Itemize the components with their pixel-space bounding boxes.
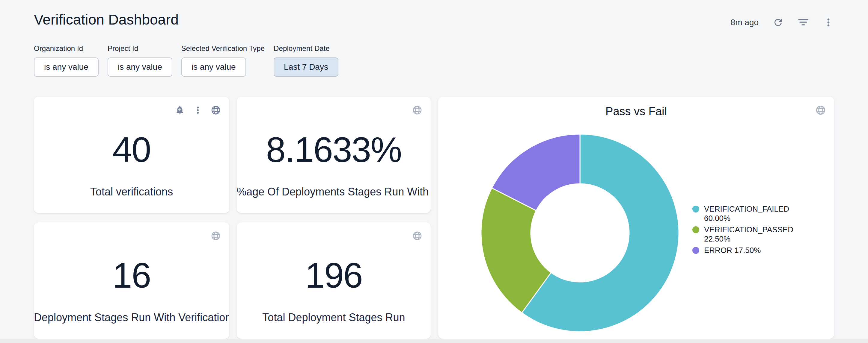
filter-label: Project Id (107, 44, 172, 53)
tile-value: 40 (34, 131, 229, 169)
filter-bar: Organization Id is any value Project Id … (34, 44, 338, 77)
filter-label: Organization Id (34, 44, 99, 53)
filter-label: Selected Verification Type (181, 44, 265, 53)
tile-total-verifications: 40 Total verifications (34, 97, 229, 213)
filter-label: Deployment Date (274, 44, 338, 53)
filter-project-id: Project Id is any value (107, 44, 172, 77)
filter-value-button[interactable]: Last 7 Days (274, 58, 338, 77)
chart-legend: VERIFICATION_FAILED 60.00% VERIFICATION_… (692, 204, 812, 255)
legend-dot (692, 247, 699, 254)
tile-total-deployment-stages-run: 196 Total Deployment Stages Run (237, 222, 431, 339)
tile-stages-run-with-verification: 16 Deployment Stages Run With Verificati… (34, 222, 229, 339)
tile-label: %age Of Deployments Stages Run With V… (237, 185, 431, 198)
legend-item-error[interactable]: ERROR 17.50% (692, 246, 812, 255)
more-vert-icon[interactable] (823, 17, 834, 28)
refresh-icon[interactable] (772, 17, 784, 28)
header-controls: 8m ago (731, 17, 834, 28)
page-bottom-strip (0, 339, 868, 343)
globe-icon[interactable] (210, 104, 221, 116)
tile-value: 16 (34, 257, 229, 294)
tile-label: Deployment Stages Run With Verification (34, 311, 229, 324)
globe-icon[interactable] (210, 230, 221, 242)
filter-organization-id: Organization Id is any value (34, 44, 99, 77)
tile-value: 8.1633% (237, 131, 431, 169)
legend-label: VERIFICATION_FAILED 60.00% (704, 204, 803, 223)
tile-percent-stages-with-verification: 8.1633% %age Of Deployments Stages Run W… (237, 97, 431, 213)
last-refresh-timestamp: 8m ago (731, 18, 758, 27)
legend-item-verification-passed[interactable]: VERIFICATION_PASSED 22.50% (692, 225, 812, 244)
globe-icon[interactable] (411, 104, 423, 116)
legend-item-verification-failed[interactable]: VERIFICATION_FAILED 60.00% (692, 204, 812, 223)
page-title: Verification Dashboard (34, 11, 179, 28)
filter-selected-verification-type: Selected Verification Type is any value (181, 44, 265, 77)
filter-value-button[interactable]: is any value (181, 58, 246, 77)
legend-dot (692, 226, 699, 233)
dashboard-page: Verification Dashboard 8m ago Organizati… (0, 0, 868, 343)
legend-label: VERIFICATION_PASSED 22.50% (704, 225, 803, 244)
legend-dot (692, 206, 699, 212)
pass-vs-fail-chart-card: Pass vs Fail VERIFICATION_FAILED 60.00% … (438, 97, 834, 339)
filter-value-button[interactable]: is any value (107, 58, 172, 77)
tile-label: Total Deployment Stages Run (237, 311, 431, 324)
filter-value-button[interactable]: is any value (34, 58, 99, 77)
add-alert-bell-icon[interactable] (174, 104, 186, 116)
kebab-menu-icon[interactable] (192, 104, 204, 116)
filter-deployment-date: Deployment Date Last 7 Days (274, 44, 338, 77)
tile-label: Total verifications (34, 185, 229, 198)
legend-label: ERROR 17.50% (704, 246, 761, 255)
globe-icon[interactable] (411, 230, 423, 242)
filter-icon[interactable] (798, 17, 809, 28)
tile-value: 196 (237, 257, 431, 294)
